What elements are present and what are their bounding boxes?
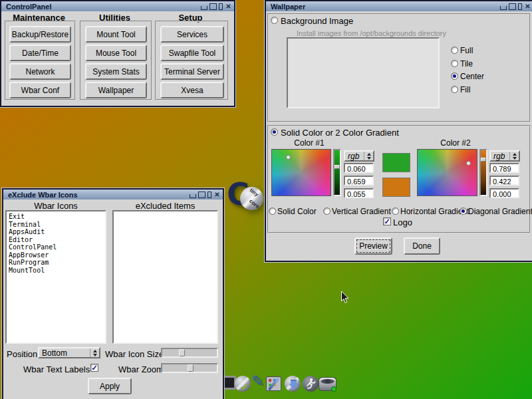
color1-hue-map[interactable] bbox=[271, 149, 331, 196]
color1-value-slider[interactable] bbox=[333, 149, 341, 196]
list-item[interactable]: RunProgram bbox=[9, 259, 105, 267]
dock-icon-runprogram[interactable] bbox=[303, 376, 320, 394]
logo-checkbox-label: Logo bbox=[393, 217, 412, 227]
wbar-zoom-slider[interactable] bbox=[161, 363, 218, 373]
horizontal-gradient-label: Horizontal Gradient bbox=[400, 207, 469, 216]
desktop[interactable]: { "desktop": { "gradient_top_left": "#C9… bbox=[0, 0, 532, 399]
color1-marker[interactable] bbox=[286, 155, 291, 160]
vertical-gradient-radio[interactable] bbox=[323, 207, 331, 215]
color2-g-field[interactable]: 0.422 bbox=[489, 176, 519, 186]
tinycore-logo-ball: tiny core bbox=[240, 187, 263, 210]
excluded-items-header: eXcluded Items bbox=[112, 201, 218, 211]
dock-icon-controlpanel[interactable] bbox=[266, 376, 283, 395]
minimize-icon[interactable] bbox=[190, 194, 196, 198]
wbar-icon-size-label: Wbar Icon Size bbox=[105, 349, 164, 359]
minimize-icon[interactable] bbox=[500, 6, 507, 10]
diagonal-gradient-radio[interactable] bbox=[460, 207, 467, 215]
mode-tile-radio[interactable] bbox=[451, 60, 458, 67]
preview-button[interactable]: Preview bbox=[354, 237, 392, 255]
background-image-list[interactable] bbox=[287, 37, 440, 108]
mode-center-radio[interactable] bbox=[451, 72, 458, 80]
color2-r-field[interactable]: 0.789 bbox=[489, 163, 519, 173]
color1-b-field[interactable]: 0.055 bbox=[344, 188, 374, 198]
list-item[interactable]: ControlPanel bbox=[9, 243, 105, 251]
exclude-titlebar[interactable]: eXclude Wbar Icons ✕ bbox=[3, 190, 223, 200]
window-title: ControlPanel bbox=[6, 3, 51, 11]
apply-button[interactable]: Apply bbox=[88, 378, 132, 394]
backup-restore-button[interactable]: Backup/Restore bbox=[9, 26, 71, 43]
services-button[interactable]: Services bbox=[160, 26, 224, 43]
color2-marker[interactable] bbox=[466, 161, 471, 166]
color1-format-choice[interactable]: rgb bbox=[344, 150, 374, 162]
minimize-icon[interactable] bbox=[201, 6, 207, 10]
done-button[interactable]: Done bbox=[404, 237, 440, 255]
maximize-icon[interactable] bbox=[209, 3, 217, 10]
list-item[interactable]: AppsAudit bbox=[9, 228, 105, 236]
list-item[interactable]: Exit bbox=[9, 213, 105, 221]
color2-format-choice[interactable]: rgb bbox=[489, 150, 520, 162]
solid-gradient-radio[interactable] bbox=[271, 128, 278, 136]
background-image-radio[interactable] bbox=[271, 17, 278, 24]
check-icon: ✓ bbox=[241, 381, 249, 393]
logo-checkbox[interactable] bbox=[383, 217, 391, 225]
wbar-zoom-label: Wbar Zoom bbox=[118, 364, 164, 374]
color1-r-field[interactable]: 0.060 bbox=[344, 163, 374, 173]
background-image-label: Background Image bbox=[281, 16, 353, 26]
mode-full-radio[interactable] bbox=[451, 47, 458, 54]
updown-arrows-icon bbox=[509, 152, 519, 160]
color1-slider-knob[interactable] bbox=[334, 165, 340, 169]
running-man-icon bbox=[305, 378, 317, 390]
dock-icon-appbrowser[interactable] bbox=[285, 376, 302, 394]
close-icon[interactable]: ✕ bbox=[524, 3, 531, 10]
mode-fill-radio[interactable] bbox=[451, 86, 458, 93]
wbar-text-labels-checkbox[interactable] bbox=[90, 364, 98, 372]
close-icon[interactable]: ✕ bbox=[225, 3, 232, 10]
diagonal-gradient-label: Diagonal Gradient bbox=[468, 207, 532, 216]
list-item[interactable]: AppBrowser bbox=[9, 251, 105, 259]
color2-label: Color #2 bbox=[426, 138, 485, 148]
xvesa-button[interactable]: Xvesa bbox=[160, 82, 224, 98]
system-stats-button[interactable]: System Stats bbox=[85, 63, 147, 80]
mode-full-label: Full bbox=[460, 46, 473, 55]
swapfile-tool-button[interactable]: Swapfile Tool bbox=[160, 45, 224, 61]
mouse-tool-button[interactable]: Mouse Tool bbox=[85, 45, 147, 61]
terminal-server-button[interactable]: Terminal Server bbox=[160, 63, 224, 80]
wbar-conf-button[interactable]: Wbar Conf bbox=[9, 82, 71, 98]
icon-size-knob[interactable] bbox=[179, 349, 185, 356]
shade-icon[interactable] bbox=[207, 192, 211, 198]
wbar-text-labels-label: Wbar Text Labels bbox=[23, 364, 90, 374]
excluded-items-list[interactable] bbox=[112, 210, 218, 344]
mount-tool-button[interactable]: Mount Tool bbox=[85, 26, 147, 43]
horizontal-gradient-radio[interactable] bbox=[392, 207, 399, 215]
install-hint: Install images from /opt/backgrounds dir… bbox=[297, 29, 446, 37]
dock-icon-appsaudit[interactable]: ✓ bbox=[235, 376, 252, 394]
color1-g-field[interactable]: 0.659 bbox=[344, 176, 374, 186]
mode-tile-label: Tile bbox=[460, 59, 473, 68]
window-control-panel: ControlPanel ✕ Maintenance Utilities Set… bbox=[0, 0, 235, 107]
list-item[interactable]: Editor bbox=[9, 236, 105, 244]
shade-icon[interactable] bbox=[219, 3, 223, 10]
solid-color-radio[interactable] bbox=[269, 207, 276, 215]
wbar-icons-list[interactable]: Exit Terminal AppsAudit Editor ControlPa… bbox=[5, 210, 106, 344]
date-time-button[interactable]: Date/Time bbox=[9, 45, 71, 61]
wbar-icon-size-slider[interactable] bbox=[161, 348, 218, 358]
shade-icon[interactable] bbox=[518, 3, 522, 10]
wallpaper-titlebar[interactable]: Wallpaper ✕ bbox=[266, 1, 532, 11]
color2-hue-map[interactable] bbox=[417, 149, 477, 196]
color2-slider-knob[interactable] bbox=[481, 158, 486, 162]
maximize-icon[interactable] bbox=[198, 192, 205, 198]
close-icon[interactable]: ✕ bbox=[213, 191, 221, 198]
maximize-icon[interactable] bbox=[509, 3, 516, 10]
dock-icon-mounttool[interactable] bbox=[319, 377, 336, 396]
wallpaper-button[interactable]: Wallpaper bbox=[85, 82, 147, 98]
network-button[interactable]: Network bbox=[9, 63, 71, 80]
color2-b-field[interactable]: 0.000 bbox=[489, 188, 519, 198]
control-panel-titlebar[interactable]: ControlPanel ✕ bbox=[1, 1, 234, 11]
position-dropdown[interactable]: Bottom bbox=[38, 347, 100, 358]
list-item[interactable]: MountTool bbox=[9, 267, 105, 275]
list-item[interactable]: Terminal bbox=[9, 221, 105, 229]
color2-value-slider[interactable] bbox=[479, 149, 487, 196]
mount-led-icon bbox=[331, 386, 336, 392]
logo-text-core: core bbox=[248, 198, 261, 210]
zoom-knob[interactable] bbox=[188, 364, 194, 372]
